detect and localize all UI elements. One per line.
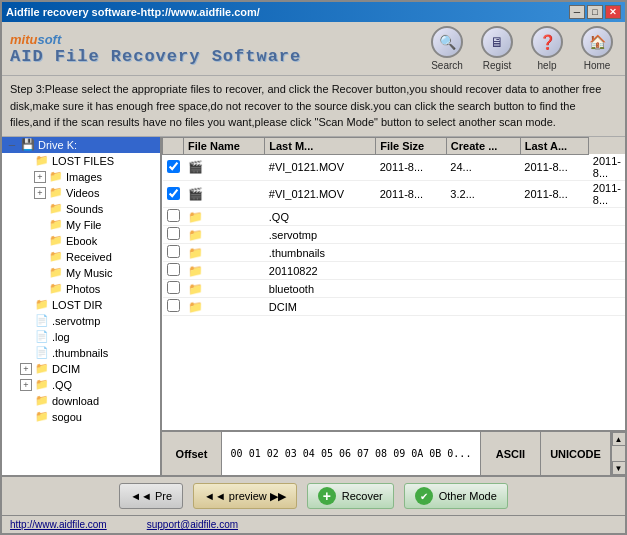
tree-item[interactable]: +📁DCIM [2, 361, 160, 377]
tree-expand-icon[interactable]: ─ [6, 140, 18, 150]
website-link[interactable]: http://www.aidfile.com [10, 519, 107, 530]
tree-item[interactable]: 📄.log [2, 329, 160, 345]
col-scroll [589, 137, 625, 154]
app-title: AID File Recovery Software [10, 47, 301, 66]
file-lastmod-cell: 2011-8... [376, 181, 447, 208]
tree-expand-icon[interactable]: + [34, 171, 46, 183]
file-checkbox-cell[interactable] [163, 262, 184, 280]
tree-expand-icon[interactable]: + [20, 363, 32, 375]
file-checkbox-cell[interactable] [163, 208, 184, 226]
tree-item[interactable]: 📄.servotmp [2, 313, 160, 329]
tree-item[interactable]: +📁Videos [2, 185, 160, 201]
tree-item[interactable]: 📁Sounds [2, 201, 160, 217]
file-checkbox[interactable] [167, 281, 180, 294]
tree-folder-icon: 📄 [34, 314, 50, 328]
table-row[interactable]: 🎬#VI_0121.MOV2011-8...24...2011-8...2011… [163, 154, 626, 181]
pre-button[interactable]: ◄◄ Pre [119, 483, 183, 509]
file-size-cell: 24... [446, 154, 520, 181]
col-lastmod[interactable]: Last M... [265, 137, 376, 154]
tree-item-label: My File [66, 219, 101, 231]
file-checkbox-cell[interactable] [163, 181, 184, 208]
tree-item-label: sogou [52, 411, 82, 423]
hex-data-area: 00 01 02 03 04 05 06 07 08 09 0A 0B 0... [222, 432, 481, 475]
tree-item[interactable]: 📁Ebook [2, 233, 160, 249]
tree-item-label: Ebook [66, 235, 97, 247]
file-lasta-cell [589, 262, 625, 280]
col-check [163, 137, 184, 154]
tree-folder-icon: 📁 [34, 154, 50, 168]
minimize-button[interactable]: ─ [569, 5, 585, 19]
file-lasta-cell: 2011-8... [589, 181, 625, 208]
tree-folder-icon: 📄 [34, 330, 50, 344]
tree-folder-icon: 📁 [34, 362, 50, 376]
help-icon: ❓ [531, 26, 563, 58]
tree-item[interactable]: ─💾Drive K: [2, 137, 160, 153]
tree-item-label: Drive K: [38, 139, 77, 151]
preview-button[interactable]: ◄◄ preview ▶▶ [193, 483, 297, 509]
file-checkbox[interactable] [167, 160, 180, 173]
file-checkbox[interactable] [167, 227, 180, 240]
table-row[interactable]: 📁20110822 [163, 262, 626, 280]
home-toolbar-button[interactable]: 🏠 Home [577, 26, 617, 71]
file-checkbox-cell[interactable] [163, 154, 184, 181]
tree-folder-icon: 📁 [34, 394, 50, 408]
tree-item[interactable]: 📁Received [2, 249, 160, 265]
file-created-cell [520, 208, 589, 226]
logo-area: mitusoft AID File Recovery Software [10, 32, 301, 66]
col-filesize[interactable]: File Size [376, 137, 447, 154]
hex-scroll-up[interactable]: ▲ [612, 432, 626, 446]
tree-item[interactable]: 📁download [2, 393, 160, 409]
file-checkbox-cell[interactable] [163, 226, 184, 244]
table-row[interactable]: 📁.thumbnails [163, 244, 626, 262]
maximize-button[interactable]: □ [587, 5, 603, 19]
tree-item[interactable]: +📁.QQ [2, 377, 160, 393]
tree-expand-icon[interactable]: + [34, 187, 46, 199]
tree-item[interactable]: 📄.thumbnails [2, 345, 160, 361]
file-checkbox-cell[interactable] [163, 244, 184, 262]
other-mode-button[interactable]: ✔ Other Mode [404, 483, 508, 509]
file-checkbox[interactable] [167, 299, 180, 312]
col-created[interactable]: Create ... [446, 137, 520, 154]
help-toolbar-button[interactable]: ❓ help [527, 26, 567, 71]
file-checkbox[interactable] [167, 209, 180, 222]
hex-scroll-down[interactable]: ▼ [612, 461, 626, 475]
file-created-cell [520, 298, 589, 316]
search-toolbar-button[interactable]: 🔍 Search [427, 26, 467, 71]
table-row[interactable]: 🎬#VI_0121.MOV2011-8...3.2...2011-8...201… [163, 181, 626, 208]
tree-item-label: .thumbnails [52, 347, 108, 359]
table-row[interactable]: 📁bluetooth [163, 280, 626, 298]
email-link[interactable]: support@aidfile.com [147, 519, 238, 530]
file-checkbox[interactable] [167, 187, 180, 200]
col-filename[interactable]: File Name [184, 137, 265, 154]
files-list: File Name Last M... File Size Create ...… [162, 137, 625, 317]
col-lasta[interactable]: Last A... [520, 137, 589, 154]
file-name-cell: #VI_0121.MOV [265, 154, 376, 181]
file-name-cell: #VI_0121.MOV [265, 181, 376, 208]
file-checkbox-cell[interactable] [163, 298, 184, 316]
regist-toolbar-button[interactable]: 🖥 Regist [477, 26, 517, 71]
tree-item[interactable]: +📁Images [2, 169, 160, 185]
tree-folder-icon: 📁 [48, 234, 64, 248]
file-checkbox-cell[interactable] [163, 280, 184, 298]
table-row[interactable]: 📁.QQ [163, 208, 626, 226]
tree-expand-icon[interactable]: + [20, 379, 32, 391]
table-row[interactable]: 📁.servotmp [163, 226, 626, 244]
file-checkbox[interactable] [167, 263, 180, 276]
tree-folder-icon: 📁 [48, 250, 64, 264]
file-lasta-cell [589, 244, 625, 262]
status-bar: http://www.aidfile.com support@aidfile.c… [2, 515, 625, 533]
table-row[interactable]: 📁DCIM [163, 298, 626, 316]
file-checkbox[interactable] [167, 245, 180, 258]
recover-button[interactable]: + Recover [307, 483, 394, 509]
toolbar: 🔍 Search 🖥 Regist ❓ help 🏠 Home [427, 26, 617, 71]
file-table: File Name Last M... File Size Create ...… [162, 137, 625, 431]
tree-item[interactable]: 📁LOST DIR [2, 297, 160, 313]
tree-item[interactable]: 📁LOST FILES [2, 153, 160, 169]
tree-item[interactable]: 📁My Music [2, 265, 160, 281]
search-label: Search [431, 60, 463, 71]
close-button[interactable]: ✕ [605, 5, 621, 19]
file-name-cell: .QQ [265, 208, 376, 226]
tree-item[interactable]: 📁sogou [2, 409, 160, 425]
tree-item[interactable]: 📁My File [2, 217, 160, 233]
tree-item[interactable]: 📁Photos [2, 281, 160, 297]
